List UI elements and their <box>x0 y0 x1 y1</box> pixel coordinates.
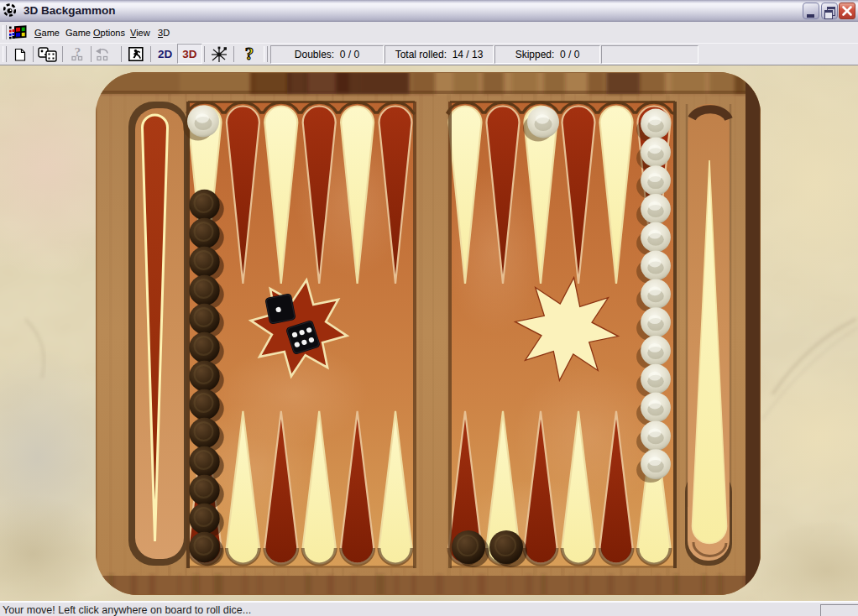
svg-text:?: ? <box>245 45 254 63</box>
